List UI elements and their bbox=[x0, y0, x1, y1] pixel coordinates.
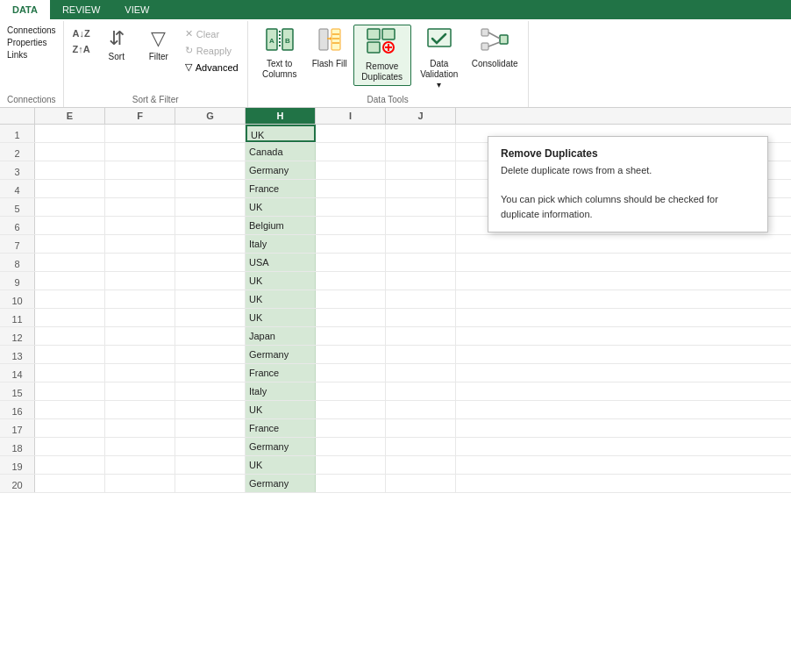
cell-g12[interactable] bbox=[175, 327, 246, 345]
cell-e17[interactable] bbox=[35, 419, 105, 437]
data-validation-button[interactable]: Data Validation ▾ bbox=[413, 25, 466, 93]
cell-i6[interactable] bbox=[316, 217, 386, 234]
cell-e8[interactable] bbox=[35, 254, 105, 271]
col-header-g[interactable]: G bbox=[175, 108, 246, 124]
cell-i15[interactable] bbox=[316, 382, 386, 400]
cell-j14[interactable] bbox=[386, 364, 456, 382]
cell-f20[interactable] bbox=[105, 475, 175, 492]
connections-button[interactable]: Connections bbox=[5, 25, 58, 36]
cell-e9[interactable] bbox=[35, 272, 105, 290]
properties-button[interactable]: Properties bbox=[5, 37, 58, 48]
cell-f10[interactable] bbox=[105, 290, 175, 308]
cell-g14[interactable] bbox=[175, 364, 246, 382]
cell-e6[interactable] bbox=[35, 217, 105, 234]
cell-e18[interactable] bbox=[35, 438, 105, 455]
flash-fill-button[interactable]: Flash Fill bbox=[308, 25, 352, 72]
sort-za-button[interactable]: Z↑A bbox=[69, 42, 94, 56]
cell-f5[interactable] bbox=[105, 198, 175, 216]
cell-g4[interactable] bbox=[175, 180, 246, 197]
cell-g5[interactable] bbox=[175, 198, 246, 216]
cell-i13[interactable] bbox=[316, 346, 386, 363]
cell-h7[interactable]: Italy bbox=[246, 235, 316, 253]
cell-j19[interactable] bbox=[386, 456, 456, 474]
cell-g11[interactable] bbox=[175, 309, 246, 326]
cell-f6[interactable] bbox=[105, 217, 175, 234]
cell-e4[interactable] bbox=[35, 180, 105, 197]
cell-h13[interactable]: Germany bbox=[246, 346, 316, 363]
tab-view[interactable]: VIEW bbox=[112, 0, 161, 19]
cell-h5[interactable]: UK bbox=[246, 198, 316, 216]
cell-g17[interactable] bbox=[175, 419, 246, 437]
cell-i16[interactable] bbox=[316, 401, 386, 418]
cell-h14[interactable]: France bbox=[246, 364, 316, 382]
cell-j11[interactable] bbox=[386, 309, 456, 326]
cell-g16[interactable] bbox=[175, 401, 246, 418]
cell-j13[interactable] bbox=[386, 346, 456, 363]
links-button[interactable]: Links bbox=[5, 49, 58, 61]
cell-g9[interactable] bbox=[175, 272, 246, 290]
cell-f12[interactable] bbox=[105, 327, 175, 345]
cell-e13[interactable] bbox=[35, 346, 105, 363]
cell-e16[interactable] bbox=[35, 401, 105, 418]
advanced-button[interactable]: ▽ Advanced bbox=[182, 60, 242, 75]
cell-j2[interactable] bbox=[386, 143, 456, 161]
cell-i14[interactable] bbox=[316, 364, 386, 382]
cell-i9[interactable] bbox=[316, 272, 386, 290]
cell-e7[interactable] bbox=[35, 235, 105, 253]
col-header-f[interactable]: F bbox=[105, 108, 175, 124]
cell-j9[interactable] bbox=[386, 272, 456, 290]
cell-g13[interactable] bbox=[175, 346, 246, 363]
cell-j5[interactable] bbox=[386, 198, 456, 216]
cell-j16[interactable] bbox=[386, 401, 456, 418]
filter-button[interactable]: ▽ Filter bbox=[139, 25, 178, 65]
cell-h11[interactable]: UK bbox=[246, 309, 316, 326]
cell-h12[interactable]: Japan bbox=[246, 327, 316, 345]
cell-i8[interactable] bbox=[316, 254, 386, 271]
cell-f18[interactable] bbox=[105, 438, 175, 455]
cell-e20[interactable] bbox=[35, 475, 105, 492]
cell-f8[interactable] bbox=[105, 254, 175, 271]
cell-g2[interactable] bbox=[175, 143, 246, 161]
cell-f14[interactable] bbox=[105, 364, 175, 382]
cell-j12[interactable] bbox=[386, 327, 456, 345]
cell-i5[interactable] bbox=[316, 198, 386, 216]
cell-g8[interactable] bbox=[175, 254, 246, 271]
cell-h18[interactable]: Germany bbox=[246, 438, 316, 455]
sort-az-button[interactable]: A↓Z bbox=[69, 26, 94, 40]
sort-button[interactable]: ⇵ Sort bbox=[97, 25, 136, 65]
reapply-button[interactable]: ↻ Reapply bbox=[182, 43, 242, 58]
cell-j4[interactable] bbox=[386, 180, 456, 197]
cell-i12[interactable] bbox=[316, 327, 386, 345]
cell-i20[interactable] bbox=[316, 475, 386, 492]
cell-i2[interactable] bbox=[316, 143, 386, 161]
cell-j17[interactable] bbox=[386, 419, 456, 437]
cell-h2[interactable]: Canada bbox=[246, 143, 316, 161]
cell-j3[interactable] bbox=[386, 161, 456, 179]
cell-f4[interactable] bbox=[105, 180, 175, 197]
cell-f7[interactable] bbox=[105, 235, 175, 253]
cell-g19[interactable] bbox=[175, 456, 246, 474]
cell-e5[interactable] bbox=[35, 198, 105, 216]
cell-j7[interactable] bbox=[386, 235, 456, 253]
cell-i4[interactable] bbox=[316, 180, 386, 197]
cell-h1[interactable]: UK bbox=[246, 125, 316, 142]
cell-f13[interactable] bbox=[105, 346, 175, 363]
cell-h15[interactable]: Italy bbox=[246, 382, 316, 400]
cell-i7[interactable] bbox=[316, 235, 386, 253]
cell-i11[interactable] bbox=[316, 309, 386, 326]
cell-j20[interactable] bbox=[386, 475, 456, 492]
cell-g1[interactable] bbox=[175, 125, 246, 142]
cell-g6[interactable] bbox=[175, 217, 246, 234]
cell-e3[interactable] bbox=[35, 161, 105, 179]
cell-f16[interactable] bbox=[105, 401, 175, 418]
cell-g15[interactable] bbox=[175, 382, 246, 400]
cell-j6[interactable] bbox=[386, 217, 456, 234]
cell-h6[interactable]: Belgium bbox=[246, 217, 316, 234]
cell-i18[interactable] bbox=[316, 438, 386, 455]
cell-f3[interactable] bbox=[105, 161, 175, 179]
cell-f9[interactable] bbox=[105, 272, 175, 290]
cell-j8[interactable] bbox=[386, 254, 456, 271]
cell-h9[interactable]: UK bbox=[246, 272, 316, 290]
cell-j10[interactable] bbox=[386, 290, 456, 308]
tab-data[interactable]: DATA bbox=[0, 0, 50, 19]
